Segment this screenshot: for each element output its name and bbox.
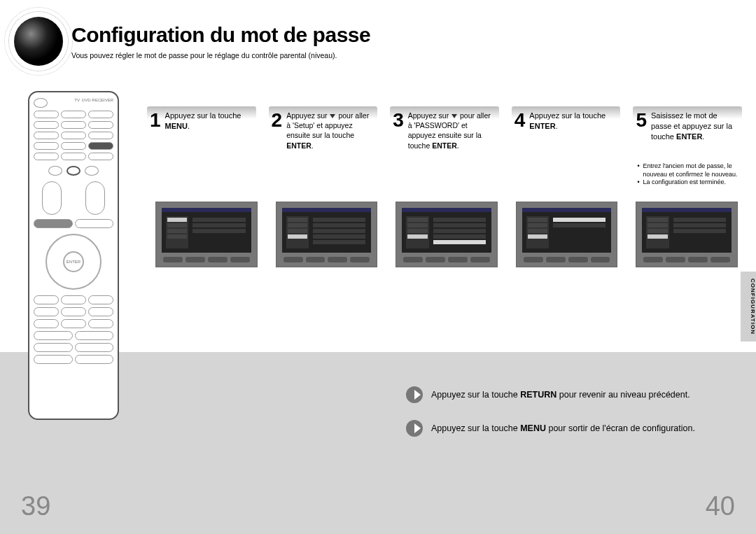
tv-screenshot-5 xyxy=(636,202,738,267)
step-2: 2 Appuyez sur pour aller à 'Setup' et ap… xyxy=(269,106,378,157)
step-3-text: Appuyez sur pour aller à 'PASSWORD' et a… xyxy=(408,111,496,150)
step-5: 5 Saisissez le mot de passe et appuyez s… xyxy=(633,106,742,187)
step-5-note-1: Entrez l'ancien mot de passe, le nouveau… xyxy=(637,162,742,178)
step-4: 4 Appuyez sur la touche ENTER. xyxy=(512,106,621,157)
step-3: 3 Appuyez sur pour aller à 'PASSWORD' et… xyxy=(390,106,499,157)
step-5-text: Saisissez le mot de passe et appuyez sur… xyxy=(651,111,739,142)
tv-screenshot-1 xyxy=(155,202,258,267)
tip-return-text: Appuyez sur la touche RETURN pour reveni… xyxy=(431,390,690,400)
play-bullet-icon xyxy=(406,386,423,403)
tips: Appuyez sur la touche RETURN pour reveni… xyxy=(406,386,721,437)
remote-enter-button: ENTER xyxy=(63,251,84,272)
tip-menu: Appuyez sur la touche MENU pour sortir d… xyxy=(406,420,721,437)
step-1-text: Appuyez sur la touche MENU. xyxy=(165,111,253,132)
page-number-right: 40 xyxy=(706,491,735,521)
step-5-note-2: La configuration est terminée. xyxy=(637,178,742,187)
step-3-number: 3 xyxy=(391,111,404,130)
tip-return: Appuyez sur la touche RETURN pour reveni… xyxy=(406,386,721,403)
speaker-icon xyxy=(14,17,63,66)
step-4-number: 4 xyxy=(513,111,526,130)
page-title: Configuration du mot de passe xyxy=(71,23,370,47)
step-2-number: 2 xyxy=(270,111,283,130)
page-subtitle: Vous pouvez régler le mot de passe pour … xyxy=(71,51,370,59)
steps-row: 1 Appuyez sur la touche MENU. 2 Appuyez … xyxy=(147,106,742,187)
tv-screenshots-row xyxy=(155,202,738,267)
tip-menu-text: Appuyez sur la touche MENU pour sortir d… xyxy=(431,423,695,433)
step-1: 1 Appuyez sur la touche MENU. xyxy=(147,106,256,157)
tv-screenshot-4 xyxy=(516,202,618,267)
step-2-text: Appuyez sur pour aller à 'Setup' et appu… xyxy=(286,111,374,150)
play-bullet-icon xyxy=(406,420,423,437)
page-number-left: 39 xyxy=(21,491,50,521)
tv-screenshot-3 xyxy=(396,202,498,267)
step-5-number: 5 xyxy=(634,111,647,130)
remote-illustration: TVDVD RECEIVER ENTER xyxy=(28,91,119,420)
side-tab-configuration: CONFIGURATION xyxy=(741,272,756,342)
step-5-notes: Entrez l'ancien mot de passe, le nouveau… xyxy=(633,162,742,187)
step-4-text: Appuyez sur la touche ENTER. xyxy=(529,111,617,132)
tv-screenshot-2 xyxy=(276,202,378,267)
step-1-number: 1 xyxy=(148,111,161,130)
header: Configuration du mot de passe Vous pouve… xyxy=(14,17,370,66)
